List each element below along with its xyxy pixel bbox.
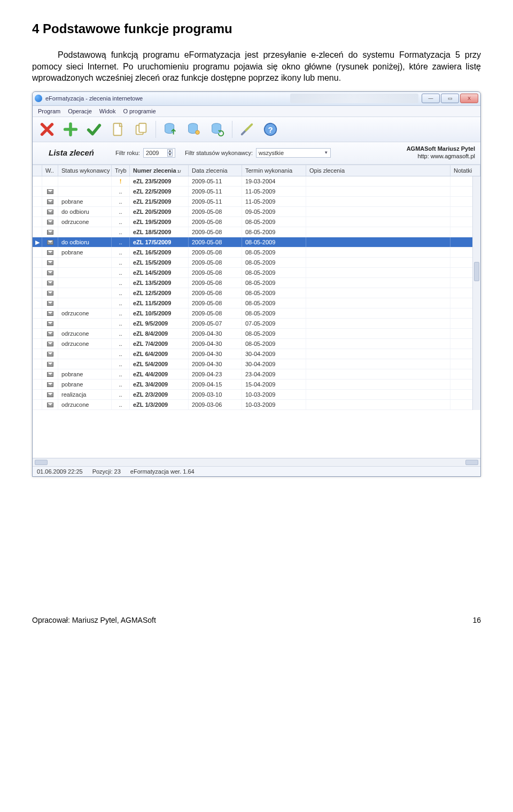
row-indicator: [33, 197, 42, 206]
scrollbar-thumb-left[interactable]: [35, 460, 48, 465]
help-icon[interactable]: ?: [261, 120, 279, 138]
cell-status: [58, 187, 112, 196]
row-indicator: [33, 380, 42, 389]
cell-opis: [306, 319, 450, 328]
cell-tryb: ..: [112, 197, 130, 206]
envelope-icon: [47, 382, 53, 387]
cell-number: eZL 13/5/2009: [130, 278, 189, 288]
column-header-not[interactable]: Notatki: [450, 165, 480, 176]
menu-operacje[interactable]: Operacje: [68, 108, 92, 114]
app-icon: [35, 95, 42, 102]
cell-status: [58, 319, 112, 328]
cell-status: odrzucone: [58, 329, 112, 338]
db-refresh-icon[interactable]: [208, 120, 227, 138]
table-row[interactable]: ..eZL 14/5/20092009-05-0808-05-2009: [33, 268, 480, 278]
cell-date: 2009-05-07: [189, 319, 242, 328]
cell-opis: [306, 390, 450, 399]
db-up-icon[interactable]: [161, 120, 180, 138]
column-header-ind[interactable]: [33, 165, 42, 176]
table-row[interactable]: odrzucone..eZL 7/4/20092009-04-3008-05-2…: [33, 339, 480, 349]
year-value: 2009: [146, 150, 159, 156]
horizontal-scrollbar[interactable]: [33, 458, 480, 466]
menu-program[interactable]: Program: [38, 108, 60, 114]
mail-icon: [42, 268, 58, 277]
table-row[interactable]: pobrane..eZL 3/4/20092009-04-1515-04-200…: [33, 380, 480, 390]
column-header-date[interactable]: Data zlecenia: [189, 165, 242, 176]
cell-opis: [306, 329, 450, 338]
cell-date: 2009-05-11: [189, 176, 242, 186]
table-row[interactable]: ..eZL 13/5/20092009-05-0808-05-2009: [33, 278, 480, 288]
cell-tryb: ..: [112, 207, 130, 216]
close-window-button[interactable]: X: [460, 94, 478, 103]
menu-about[interactable]: O programie: [123, 108, 156, 114]
confirm-icon[interactable]: [85, 120, 103, 138]
table-row[interactable]: ..eZL 15/5/20092009-05-0808-05-2009: [33, 258, 480, 268]
table-row[interactable]: ▶do odbioru..eZL 17/5/20092009-05-0808-0…: [33, 237, 480, 248]
maximize-button[interactable]: ▭: [441, 94, 459, 103]
row-indicator: [33, 359, 42, 369]
cell-term: 08-05-2009: [242, 278, 306, 288]
menu-widok[interactable]: Widok: [99, 108, 116, 114]
tools-icon[interactable]: [238, 120, 256, 138]
envelope-icon: [47, 281, 53, 285]
table-row[interactable]: odrzucone..eZL 8/4/20092009-04-3008-05-2…: [33, 329, 480, 339]
scrollbar-thumb-right[interactable]: [465, 460, 478, 465]
table-row[interactable]: ..eZL 11/5/20092009-05-0808-05-2009: [33, 298, 480, 308]
titlebar: eFormatyzacja - zlecenia internetowe — ▭…: [33, 92, 480, 106]
svg-text:?: ?: [268, 125, 273, 134]
add-icon[interactable]: [61, 120, 80, 138]
cell-tryb: ..: [112, 308, 130, 318]
cell-date: 2009-05-11: [189, 197, 242, 206]
table-row[interactable]: realizacja..eZL 2/3/20092009-03-1010-03-…: [33, 390, 480, 400]
table-row[interactable]: do odbioru..eZL 20/5/20092009-05-0809-05…: [33, 207, 480, 217]
cell-opis: [306, 288, 450, 298]
spin-down-icon[interactable]: ▼: [167, 153, 173, 157]
status-filter-combo[interactable]: wszystkie ▼: [256, 148, 331, 158]
cell-term: 23-04-2009: [242, 369, 306, 379]
column-header-tryb[interactable]: Tryb: [112, 165, 130, 176]
cell-status: pobrane: [58, 380, 112, 389]
table-row[interactable]: ..eZL 5/4/20092009-04-3030-04-2009: [33, 359, 480, 369]
cell-term: 08-05-2009: [242, 298, 306, 308]
envelope-icon: [47, 392, 53, 397]
vertical-scrollbar[interactable]: [472, 176, 480, 410]
column-header-opis[interactable]: Opis zlecenia: [306, 165, 450, 176]
row-indicator: [33, 288, 42, 298]
year-spinner[interactable]: 2009 ▲▼: [143, 148, 175, 158]
scrollbar-thumb[interactable]: [474, 262, 479, 281]
spin-up-icon[interactable]: ▲: [167, 149, 173, 153]
table-row[interactable]: ..eZL 9/5/20092009-05-0707-05-2009: [33, 319, 480, 329]
cell-term: 19-03-2004: [242, 176, 306, 186]
cell-opis: [306, 207, 450, 216]
table-row[interactable]: odrzucone..eZL 10/5/20092009-05-0808-05-…: [33, 308, 480, 319]
toolbar: ?: [33, 117, 480, 142]
column-header-term[interactable]: Termin wykonania: [242, 165, 306, 176]
table-row[interactable]: pobrane..eZL 16/5/20092009-05-0808-05-20…: [33, 248, 480, 258]
table-row[interactable]: ..eZL 6/4/20092009-04-3030-04-2009: [33, 349, 480, 359]
table-row[interactable]: pobrane..eZL 4/4/20092009-04-2323-04-200…: [33, 369, 480, 380]
cell-tryb: ..: [112, 390, 130, 399]
row-indicator: [33, 227, 42, 237]
cell-date: 2009-05-08: [189, 217, 242, 227]
copy-icon[interactable]: [132, 120, 150, 138]
close-icon[interactable]: [38, 120, 56, 138]
page-icon[interactable]: [108, 120, 127, 138]
table-row[interactable]: !eZL 23/5/20092009-05-1119-03-2004: [33, 176, 480, 187]
minimize-button[interactable]: —: [422, 94, 440, 103]
cell-number: eZL 3/4/2009: [130, 380, 189, 389]
row-indicator: [33, 390, 42, 399]
column-header-status[interactable]: Status wykonawcy: [58, 165, 112, 176]
column-header-num[interactable]: Numer zlecenia1/: [130, 165, 189, 176]
table-row[interactable]: ..eZL 12/5/20092009-05-0808-05-2009: [33, 288, 480, 298]
grid-header: W..Status wykonawcyTrybNumer zlecenia1/D…: [33, 165, 480, 176]
cell-date: 2009-04-30: [189, 329, 242, 338]
cell-opis: [306, 268, 450, 277]
db-users-icon[interactable]: [185, 120, 203, 138]
column-header-w[interactable]: W..: [42, 165, 58, 176]
table-row[interactable]: pobrane..eZL 21/5/20092009-05-1111-05-20…: [33, 197, 480, 207]
table-row[interactable]: ..eZL 18/5/20092009-05-0808-05-2009: [33, 227, 480, 237]
row-indicator: [33, 176, 42, 186]
table-row[interactable]: odrzucone..eZL 19/5/20092009-05-0808-05-…: [33, 217, 480, 227]
table-row[interactable]: odrzucone..eZL 1/3/20092009-03-0610-03-2…: [33, 400, 480, 410]
table-row[interactable]: ..eZL 22/5/20092009-05-1111-05-2009: [33, 187, 480, 197]
